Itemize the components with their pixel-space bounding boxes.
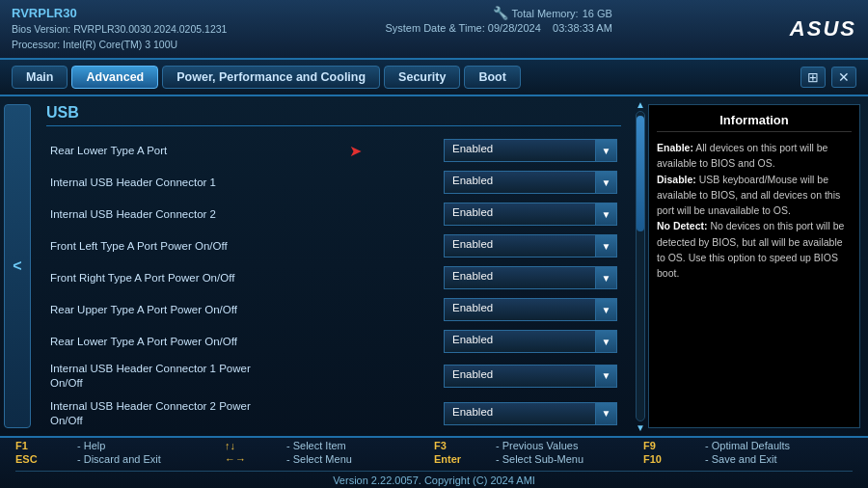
scrollbar[interactable]: ▲ ▼	[633, 96, 648, 436]
tab-security[interactable]: Security	[384, 66, 460, 89]
scroll-thumb[interactable]	[637, 116, 644, 231]
info-text: Enable: All devices on this port will be…	[657, 140, 852, 281]
bios-info: Bios Version: RVRPLR30.0030.2024.0205.12…	[12, 22, 227, 53]
content-area: < USB Rear Lower Type A Port ➤ Enabled ▼…	[0, 96, 868, 436]
dropdown-6[interactable]: Enabled	[444, 330, 596, 353]
key-f9: F9	[643, 440, 701, 451]
status-row-1: F1 - Help ESC - Discard and Exit ↑↓ - Se…	[15, 440, 853, 465]
dropdown-7[interactable]: Enabled	[444, 365, 596, 388]
status-f9: F9 - Optimal Defaults	[643, 440, 853, 451]
dropdown-1[interactable]: Enabled	[444, 171, 596, 194]
key-ud: ↑↓	[225, 440, 283, 451]
setting-control-3: Enabled ▼	[444, 234, 617, 258]
desc-enter: - Select Sub-Menu	[496, 453, 643, 465]
setting-control-7: Enabled ▼	[444, 365, 617, 388]
status-f1: F1 - Help	[15, 440, 225, 451]
bios-version-label: Bios Version:	[12, 23, 70, 35]
key-f1: F1	[15, 440, 73, 451]
dropdown-0[interactable]: Enabled	[444, 139, 596, 162]
setting-label-8: Internal USB Header Connector 2 Power On…	[50, 399, 262, 428]
setting-control-8: Enabled ▼	[444, 402, 617, 425]
dropdown-arrow-3[interactable]: ▼	[596, 234, 617, 258]
dropdown-arrow-2[interactable]: ▼	[596, 203, 617, 226]
tab-advanced[interactable]: Advanced	[71, 66, 158, 89]
key-esc: ESC	[15, 453, 73, 465]
memory-icon: 🔧	[493, 6, 508, 20]
key-f10: F10	[643, 453, 701, 465]
scroll-up-arrow[interactable]: ▲	[636, 98, 645, 111]
dropdown-4[interactable]: Enabled	[444, 266, 596, 289]
setting-row-7[interactable]: Internal USB Header Connector 1 Power On…	[46, 359, 621, 393]
total-memory-value: 16 GB	[583, 8, 612, 19]
scroll-down-arrow[interactable]: ▼	[636, 421, 645, 434]
red-arrow-indicator: ➤	[349, 142, 362, 160]
setting-label-6: Rear Lower Type A Port Power On/Off	[50, 335, 262, 349]
setting-control-5: Enabled ▼	[444, 298, 617, 321]
dropdown-arrow-7[interactable]: ▼	[596, 365, 617, 388]
desc-f10: - Save and Exit	[705, 453, 853, 465]
setting-label-2: Internal USB Header Connector 2	[50, 207, 262, 222]
status-group-center-left: ↑↓ - Select Item ←→ - Select Menu	[225, 440, 434, 465]
setting-label-5: Rear Upper Type A Port Power On/Off	[50, 303, 262, 317]
dropdown-arrow-1[interactable]: ▼	[596, 171, 617, 194]
desc-f9: - Optimal Defaults	[705, 440, 853, 451]
statusbar: F1 - Help ESC - Discard and Exit ↑↓ - Se…	[0, 436, 868, 488]
asus-logo: ASUS	[790, 16, 856, 41]
desc-esc: - Discard and Exit	[77, 453, 225, 465]
tab-boot[interactable]: Boot	[464, 66, 520, 89]
setting-control-0: Enabled ▼	[444, 139, 617, 162]
setting-row-3[interactable]: Front Left Type A Port Power On/Off Enab…	[46, 231, 621, 260]
header-left: RVRPLR30 Bios Version: RVRPLR30.0030.202…	[12, 6, 227, 53]
setting-row-5[interactable]: Rear Upper Type A Port Power On/Off Enab…	[46, 295, 621, 324]
setting-control-1: Enabled ▼	[444, 171, 617, 194]
setting-row-6[interactable]: Rear Lower Type A Port Power On/Off Enab…	[46, 327, 621, 356]
back-button[interactable]: <	[4, 104, 31, 428]
setting-label-3: Front Left Type A Port Power On/Off	[50, 239, 262, 254]
key-f3: F3	[434, 440, 492, 451]
status-group-right: F9 - Optimal Defaults F10 - Save and Exi…	[643, 440, 853, 465]
setting-row-0[interactable]: Rear Lower Type A Port ➤ Enabled ▼	[46, 136, 621, 165]
dropdown-arrow-6[interactable]: ▼	[596, 330, 617, 353]
status-group-left: F1 - Help ESC - Discard and Exit	[15, 440, 225, 465]
dropdown-arrow-4[interactable]: ▼	[596, 266, 617, 289]
dropdown-5[interactable]: Enabled	[444, 298, 596, 321]
tab-main[interactable]: Main	[12, 66, 68, 89]
setting-row-4[interactable]: Front Right Type A Port Power On/Off Ena…	[46, 263, 621, 292]
dropdown-arrow-5[interactable]: ▼	[596, 298, 617, 321]
memory-info: 🔧 Total Memory: 16 GB	[493, 6, 612, 20]
status-enter: Enter - Select Sub-Menu	[434, 453, 643, 465]
tab-power[interactable]: Power, Performance and Cooling	[162, 66, 380, 89]
navbar: Main Advanced Power, Performance and Coo…	[0, 60, 868, 96]
datetime-value: 09/28/2024	[488, 22, 541, 34]
setting-label-1: Internal USB Header Connector 1	[50, 176, 262, 190]
model-name: RVRPLR30	[12, 6, 227, 20]
dropdown-3[interactable]: Enabled	[444, 234, 596, 258]
datetime-label: System Date & Time:	[385, 22, 484, 34]
close-icon-btn[interactable]: ✕	[831, 67, 856, 88]
dropdown-arrow-0[interactable]: ▼	[596, 139, 617, 162]
processor-label: Processor:	[12, 39, 60, 50]
desc-lr: - Select Menu	[286, 453, 434, 465]
setting-control-6: Enabled ▼	[444, 330, 617, 353]
setting-row-8[interactable]: Internal USB Header Connector 2 Power On…	[46, 396, 621, 431]
time-value: 03:38:33 AM	[553, 22, 612, 34]
setting-control-2: Enabled ▼	[444, 203, 617, 226]
status-f3: F3 - Previous Values	[434, 440, 643, 451]
bios-version: RVRPLR30.0030.2024.0205.1231	[73, 23, 227, 35]
status-ud: ↑↓ - Select Item	[225, 440, 434, 451]
key-enter: Enter	[434, 453, 492, 465]
header-right: 🔧 Total Memory: 16 GB System Date & Time…	[385, 6, 611, 34]
dropdown-8[interactable]: Enabled	[444, 402, 596, 425]
scroll-track[interactable]	[636, 111, 645, 421]
setting-row-2[interactable]: Internal USB Header Connector 2 Enabled …	[46, 200, 621, 229]
status-f10: F10 - Save and Exit	[643, 453, 853, 465]
setting-row-1[interactable]: Internal USB Header Connector 1 Enabled …	[46, 168, 621, 197]
monitor-icon-btn[interactable]: ⊞	[800, 67, 826, 88]
desc-f3: - Previous Values	[496, 440, 643, 451]
status-esc: ESC - Discard and Exit	[15, 453, 225, 465]
total-memory-label: Total Memory:	[512, 8, 579, 19]
status-lr: ←→ - Select Menu	[225, 453, 434, 465]
setting-control-4: Enabled ▼	[444, 266, 617, 289]
dropdown-2[interactable]: Enabled	[444, 203, 596, 226]
dropdown-arrow-8[interactable]: ▼	[596, 402, 617, 425]
